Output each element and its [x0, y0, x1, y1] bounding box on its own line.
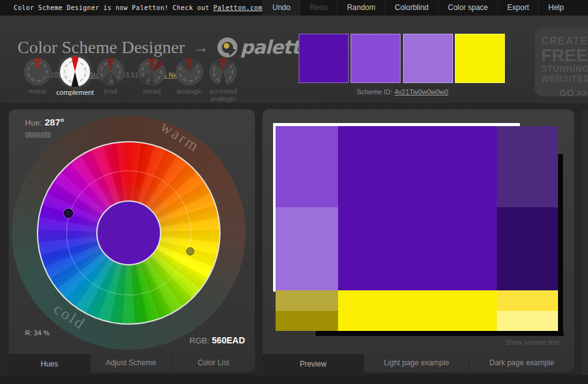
- app-title: Color Scheme Designer: [17, 37, 185, 57]
- preview-left-olive-block-1: [276, 290, 338, 311]
- accented-analogic-dial-icon: [209, 58, 237, 86]
- menu-redo[interactable]: Redo: [300, 0, 337, 16]
- tab-light-page-example[interactable]: Light page example: [364, 354, 469, 372]
- menu-undo[interactable]: Undo: [262, 0, 300, 16]
- hue-value: 287°: [44, 117, 64, 127]
- ad-line-2: FREE: [541, 47, 588, 64]
- opposite-link[interactable]: opposite: [25, 130, 51, 137]
- notice-text: Color Scheme Designer is now Paletton! C…: [14, 4, 209, 11]
- scheme-type-accented-analogic[interactable]: accented analogic: [195, 57, 251, 104]
- color-wheel-panel: Hue:287° opposite warm cold R: 34 % G: 5…: [9, 109, 255, 354]
- palette-swatch-4[interactable]: [455, 34, 505, 83]
- app-window: Color Scheme Designer is now Paletton! C…: [0, 0, 588, 384]
- palette-swatch-3[interactable]: [403, 34, 453, 83]
- tab-dark-page-example[interactable]: Dark page example: [469, 354, 574, 372]
- preview-main-block: [338, 126, 497, 290]
- preview-right-top-block: [497, 126, 558, 207]
- ad-line-3: STUNNING: [541, 64, 588, 74]
- menu-export[interactable]: Export: [497, 0, 539, 16]
- tab-hues[interactable]: Hues: [9, 354, 90, 375]
- preview-right-mid-block: [497, 207, 558, 290]
- wheel-tab-bar: Hues Adjust Scheme Color List: [9, 354, 255, 375]
- preview-right-yellow-block-2: [497, 311, 558, 331]
- scheme-id-line: Scheme ID: 4v21Tw0w0w0w0: [299, 88, 506, 96]
- top-bar: Color Scheme Designer is now Paletton! C…: [0, 0, 588, 16]
- menu-color-space[interactable]: Color space: [438, 0, 497, 16]
- preview-left-olive-block-2: [276, 311, 338, 331]
- palette-swatch-1[interactable]: [299, 34, 349, 83]
- arrow-icon: →: [194, 40, 209, 55]
- menu-colorblind[interactable]: Colorblind: [385, 0, 438, 16]
- preview-tab-bar: Preview Light page example Dark page exa…: [262, 354, 574, 375]
- scheme-id-label: Scheme ID:: [357, 88, 392, 96]
- brand: Color Scheme Designer → paletton: [17, 36, 325, 58]
- wheel-center-color: [96, 200, 161, 265]
- preview-panel: Show sample text: [262, 109, 574, 354]
- preview-left-top-block: [276, 126, 338, 207]
- preview-card-shadow: [316, 331, 564, 336]
- rgb-hex-readout: RGB:560EAD: [189, 335, 245, 345]
- hue-readout: Hue:287°: [25, 117, 64, 127]
- paletton-logo-icon: [217, 37, 237, 57]
- scheme-id-link[interactable]: 4v21Tw0w0w0w0: [394, 88, 448, 96]
- preview-main-yellow-block: [338, 290, 497, 331]
- show-sample-text-link[interactable]: Show sample text: [505, 338, 559, 346]
- tab-adjust-scheme[interactable]: Adjust Scheme: [90, 354, 171, 372]
- menu-random[interactable]: Random: [337, 0, 384, 16]
- rgb-label: RGB:: [189, 336, 209, 345]
- main-menu: Undo Redo Random Colorblind Color space …: [262, 0, 573, 16]
- rgb-hex-value: 560EAD: [212, 335, 245, 345]
- primary-hue-marker[interactable]: [64, 209, 73, 218]
- page-edge: [581, 109, 588, 375]
- red-percent: R: 34 %: [25, 329, 49, 337]
- preview-left-mid-block: [276, 207, 338, 290]
- menu-help[interactable]: Help: [538, 0, 573, 16]
- ad-banner[interactable]: CREATE FREE STUNNING WEBSITES GO >>: [535, 27, 588, 96]
- complement-hue-marker[interactable]: [186, 247, 194, 255]
- ad-line-4: WEBSITES: [541, 74, 588, 84]
- palette-swatch-2[interactable]: [351, 34, 401, 83]
- preview-card-shadow: [558, 154, 563, 336]
- tab-color-list[interactable]: Color List: [171, 354, 255, 372]
- page-bottom: [0, 375, 588, 384]
- ad-go-link[interactable]: GO >>: [541, 87, 588, 98]
- hue-label: Hue:: [25, 118, 42, 127]
- tab-preview[interactable]: Preview: [262, 354, 364, 375]
- triad-dial-icon: [97, 58, 124, 86]
- paletton-notice: Color Scheme Designer is now Paletton! C…: [14, 0, 262, 16]
- paletton-link[interactable]: Paletton.com: [214, 4, 262, 11]
- preview-right-yellow-block-1: [497, 290, 558, 311]
